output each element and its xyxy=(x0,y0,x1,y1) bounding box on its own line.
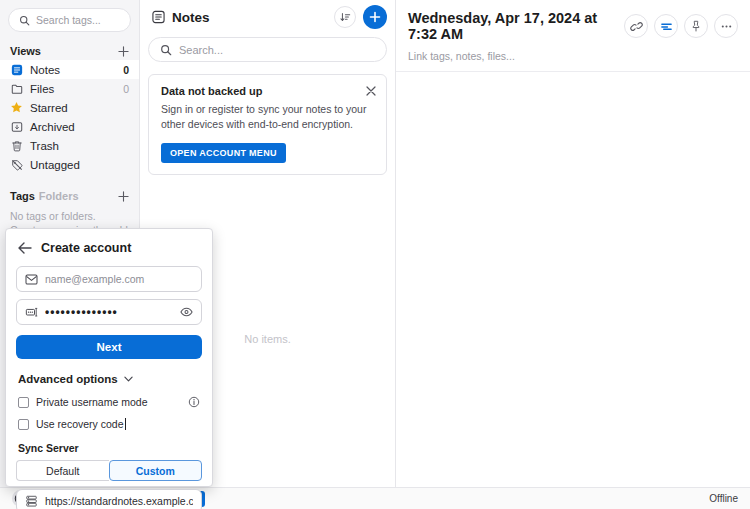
recovery-code-row: Use recovery code xyxy=(18,418,200,430)
popup-title: Create account xyxy=(41,241,131,255)
tag-search-input[interactable] xyxy=(36,14,121,26)
text-options-icon xyxy=(660,20,673,33)
text-cursor xyxy=(125,418,126,430)
folders-label[interactable]: Folders xyxy=(39,190,79,202)
private-username-row: Private username mode xyxy=(18,396,200,408)
warning-title: Data not backed up xyxy=(161,85,366,97)
views-section-header: Views xyxy=(0,42,139,60)
email-input[interactable] xyxy=(45,273,193,285)
sidebar-item-files[interactable]: Files 0 xyxy=(0,79,139,98)
recovery-code-checkbox[interactable] xyxy=(18,419,29,430)
envelope-icon xyxy=(25,274,38,285)
add-tag-icon[interactable] xyxy=(118,191,129,202)
server-icon xyxy=(25,495,38,507)
sidebar-item-notes[interactable]: Notes 0 xyxy=(0,60,139,79)
server-url-field[interactable] xyxy=(16,489,202,509)
sort-button[interactable] xyxy=(334,6,356,28)
advanced-options-toggle[interactable]: Advanced options xyxy=(18,373,202,385)
close-icon[interactable] xyxy=(366,86,376,96)
server-url-input[interactable] xyxy=(45,495,193,507)
add-view-icon[interactable] xyxy=(118,46,129,57)
private-username-checkbox[interactable] xyxy=(18,397,29,408)
sidebar-item-label: Trash xyxy=(30,140,129,152)
note-options-button[interactable] xyxy=(654,14,678,38)
sidebar-item-label: Files xyxy=(30,83,116,95)
link-button[interactable] xyxy=(624,14,648,38)
tags-label[interactable]: Tags xyxy=(10,190,35,202)
create-account-popup: Create account Next Advanced options xyxy=(5,228,213,487)
email-field[interactable] xyxy=(16,266,202,292)
sync-server-segmented-control: Default Custom xyxy=(16,460,202,481)
show-password-icon[interactable] xyxy=(180,307,193,317)
pin-icon xyxy=(690,20,702,32)
private-username-label: Private username mode xyxy=(36,396,181,408)
notes-icon xyxy=(10,63,23,76)
new-note-button[interactable] xyxy=(363,5,387,29)
search-icon xyxy=(18,14,30,27)
open-account-menu-button[interactable]: OPEN ACCOUNT MENU xyxy=(161,143,286,163)
sync-server-label: Sync Server xyxy=(18,442,200,454)
views-label: Views xyxy=(10,45,41,57)
backup-warning-card: Data not backed up Sign in or register t… xyxy=(148,74,387,175)
editor-header: Wednesday, Apr 17, 2024 at 7:32 AM xyxy=(396,0,750,72)
archive-icon xyxy=(10,120,23,133)
advanced-options-label: Advanced options xyxy=(18,373,118,385)
sidebar-item-trash[interactable]: Trash xyxy=(0,136,139,155)
sidebar-item-label: Notes xyxy=(30,64,116,76)
custom-server-button[interactable]: Custom xyxy=(109,460,203,481)
default-server-button[interactable]: Default xyxy=(16,460,109,481)
password-input[interactable] xyxy=(45,305,173,319)
notes-search-input[interactable] xyxy=(179,44,376,56)
standard-notes-app: Views Notes 0 Files 0 Starred xyxy=(0,0,750,509)
warning-body: Sign in or register to sync your notes t… xyxy=(161,102,376,132)
pin-button[interactable] xyxy=(684,14,708,38)
star-icon xyxy=(10,101,23,114)
ellipsis-icon xyxy=(720,20,733,33)
editor-content[interactable] xyxy=(396,72,750,500)
sidebar-item-starred[interactable]: Starred xyxy=(0,98,139,117)
sidebar-item-label: Archived xyxy=(30,121,129,133)
more-options-button[interactable] xyxy=(714,14,738,38)
notes-search-box[interactable] xyxy=(148,37,387,62)
notes-panel-title: Notes xyxy=(172,10,327,25)
notes-list-header: Notes xyxy=(140,0,395,34)
trash-icon xyxy=(10,139,23,152)
tags-section-header: TagsFolders xyxy=(0,187,139,205)
back-arrow-icon[interactable] xyxy=(18,242,32,254)
connection-status: Offline xyxy=(709,493,738,504)
notes-count: 0 xyxy=(123,64,129,76)
folder-icon xyxy=(10,82,23,95)
recovery-code-label: Use recovery code xyxy=(36,418,124,430)
password-field[interactable] xyxy=(16,299,202,325)
files-count: 0 xyxy=(123,83,129,95)
note-title[interactable]: Wednesday, Apr 17, 2024 at 7:32 AM xyxy=(408,10,624,42)
sidebar-item-untagged[interactable]: Untagged xyxy=(0,155,139,174)
editor-panel: Wednesday, Apr 17, 2024 at 7:32 AM xyxy=(396,0,750,487)
search-icon xyxy=(159,43,172,56)
next-button[interactable]: Next xyxy=(16,335,202,359)
sidebar-item-archived[interactable]: Archived xyxy=(0,117,139,136)
sidebar-item-label: Untagged xyxy=(30,159,129,171)
plus-icon xyxy=(369,11,381,23)
sidebar-item-label: Starred xyxy=(30,102,129,114)
tag-search-box[interactable] xyxy=(8,8,131,32)
link-items-field[interactable]: Link tags, notes, files... xyxy=(408,50,738,62)
sort-descending-icon xyxy=(339,11,351,23)
chevron-down-icon xyxy=(124,376,133,382)
info-icon[interactable] xyxy=(188,396,200,408)
password-input-icon xyxy=(25,306,38,318)
untagged-icon xyxy=(10,158,23,171)
notes-panel-icon xyxy=(152,11,165,24)
link-icon xyxy=(630,20,643,33)
